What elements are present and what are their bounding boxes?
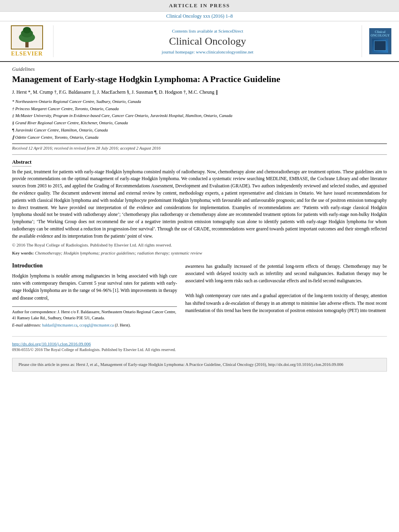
svg-point-4 [23,27,31,33]
main-content: Guidelines Management of Early-stage Hod… [0,62,399,376]
svg-rect-1 [25,41,29,47]
shifted-word: shifted [193,301,205,306]
abstract-title: Abstract [12,159,31,166]
affiliation-2: † Princess Margaret Cancer Centre, Toron… [12,106,387,113]
journal-logo-right: Clinical ONCOLOGY [366,25,394,57]
doi-section: http://dx.doi.org/10.1016/j.clon.2016.09… [12,336,387,352]
intro-left-col: Introduction Hodgkin lymphoma is notable… [12,263,177,329]
homepage-url[interactable]: www.clinicaloncologyonline.net [196,49,253,54]
sciencedirect-link: Contents lists available at ScienceDirec… [60,29,356,33]
keywords-label: Key words: [12,251,34,255]
email-label: E-mail addresses: [12,323,41,327]
affiliation-4: § Grand River Regional Cancer Centre, Ki… [12,120,387,127]
elsevier-text: ELSEVIER [11,51,43,57]
affiliation-1: * Northeastern Ontario Regional Cancer C… [12,99,387,105]
journal-header-center: Contents lists available at ScienceDirec… [53,25,362,57]
authors: J. Herst *, M. Crump †, F.G. Baldassarre… [12,88,387,96]
section-label: Guidelines [12,66,387,72]
footnote-correspondence: Author for correspondence: J. Herst c/o … [12,309,177,321]
keywords: Key words: Chemotherapy; Hodgkin lymphom… [12,251,387,255]
intro-left-text: Hodgkin lymphoma is notable among malign… [12,272,177,302]
journal-homepage: journal homepage: www.clinicaloncologyon… [60,49,356,54]
journal-title-main: Clinical Oncology [60,35,356,47]
keywords-text: Chemotherapy; Hodgkin lymphoma; practice… [35,251,202,255]
abstract-section: Abstract In the past, treatment for pati… [12,159,387,255]
elsevier-logo: ELSEVIER [5,25,49,57]
doi-link[interactable]: http://dx.doi.org/10.1016/j.clon.2016.09… [12,341,387,346]
affiliation-6: ‖ Odette Cancer Centre, Toronto, Ontario… [12,134,387,141]
intro-right-col: awareness has gradually increased of the… [185,263,387,329]
abstract-text: In the past, treatment for patients with… [12,168,387,240]
intro-heading: Introduction [12,263,177,269]
received-dates: Received 12 April 2016; received in revi… [12,144,387,150]
email-link-1[interactable]: baldasf@mcmaster.ca [42,323,78,327]
two-col-intro: Introduction Hodgkin lymphoma is notable… [12,263,387,329]
email-link-2[interactable]: ccopgl@mcmaster.ca [79,323,114,327]
journal-header: ELSEVIER Contents lists available at Sci… [0,21,399,62]
affiliation-3: ‡ McMaster University, Program in Eviden… [12,113,387,119]
elsevier-tree-icon [11,25,43,49]
issn-line: 0936-6555/© 2016 The Royal College of Ra… [12,347,387,352]
journal-info-bar: Clinical Oncology xxx (2016) 1–8 [0,12,399,21]
affiliations: * Northeastern Ontario Regional Cancer C… [12,99,387,141]
copyright-line: © 2016 The Royal College of Radiologists… [12,242,387,247]
article-in-press-banner: ARTICLE IN PRESS [0,0,399,12]
email-suffix: (J. Herst). [115,323,131,327]
affiliation-5: ¶ Juravinski Cancer Centre, Hamilton, On… [12,127,387,134]
footnote-email: E-mail addresses: baldasf@mcmaster.ca, c… [12,322,177,328]
citation-box: Please cite this article in press as: He… [12,358,387,372]
journal-logo-box: Clinical ONCOLOGY [369,28,391,54]
article-title: Management of Early-stage Hodgkin Lympho… [12,74,387,85]
footnote-area: Author for correspondence: J. Herst c/o … [12,306,177,328]
intro-right-text: awareness has gradually increased of the… [185,263,387,314]
